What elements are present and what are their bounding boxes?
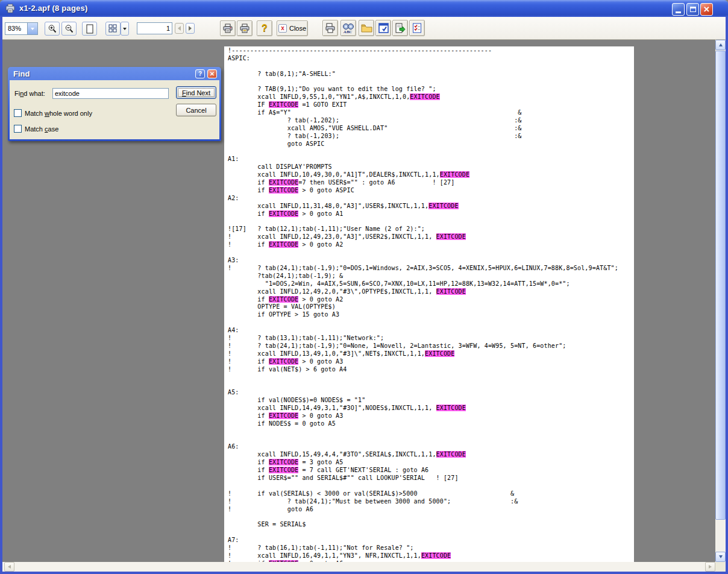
- doc-line: xcall INFLD,14,49,3,1,"#3O]",NODES$,INXC…: [228, 405, 634, 412]
- single-page-view-button[interactable]: [82, 22, 97, 36]
- match-case-label: Match case: [25, 125, 58, 133]
- cancel-button[interactable]: Cancel: [176, 104, 216, 116]
- printer-icon: [222, 24, 233, 33]
- doc-line: ?tab(24,1);tab(-1,9); &: [228, 273, 634, 280]
- zoom-in-icon: [48, 24, 57, 34]
- maximize-button[interactable]: [686, 3, 699, 16]
- verify-list-button[interactable]: [409, 20, 425, 36]
- doc-line: ? tab(-1,203); :&: [228, 133, 634, 140]
- doc-line: xcall INFLD,15,49,4,4,"#3TO",SERIAL$,INX…: [228, 451, 634, 459]
- match-case-checkbox[interactable]: [14, 125, 22, 133]
- help-button[interactable]: ?: [257, 20, 272, 36]
- doc-line: xcall AMOS,"VUE ASHELL.DAT" :&: [228, 125, 634, 133]
- doc-line: ! xcall INFLD,12,49,23,0,"A3]",USER2$,IN…: [228, 233, 634, 241]
- minimize-icon: [676, 11, 681, 13]
- search-highlight: EXITCODE: [269, 179, 298, 186]
- checklist-icon: [412, 23, 422, 33]
- window-check-icon: [378, 23, 389, 33]
- arrow-down-icon: [719, 555, 723, 558]
- print-preview-button[interactable]: [322, 20, 338, 36]
- printer-page-icon: [325, 23, 336, 33]
- doc-line: xcall INFLD,12,49,2,0,"#3\",OPTYPE$,INXC…: [228, 288, 634, 296]
- doc-line: if EXITCODE = 3 goto A5: [228, 459, 634, 467]
- doc-line: ? TAB(9,1);"Do you want to edit the log …: [228, 86, 634, 93]
- search-highlight: EXITCODE: [436, 451, 466, 458]
- doc-line: ! goto A6: [228, 506, 634, 514]
- next-page-button[interactable]: [186, 23, 195, 34]
- search-highlight: EXITCODE: [425, 350, 454, 357]
- zoom-dropdown-button[interactable]: [27, 23, 37, 34]
- doc-line: if USER$="" and SERIAL$#"" call LOOKUP'S…: [228, 475, 634, 482]
- app-icon: [5, 4, 15, 13]
- doc-line: if EXITCODE > 0 goto A2: [228, 296, 634, 304]
- arrow-left-icon: [178, 26, 181, 31]
- search-highlight: EXITCODE: [436, 405, 466, 411]
- page-number-input[interactable]: [137, 22, 172, 34]
- maximize-icon: [690, 7, 696, 12]
- chevron-down-icon: [123, 28, 127, 30]
- binoculars-abc-icon: ABC: [342, 23, 354, 34]
- doc-line: A4:: [228, 327, 634, 335]
- export-button[interactable]: [392, 20, 408, 36]
- title-bar: x1-2.apf (8 pages) ✕: [0, 0, 728, 17]
- svg-text:ABC: ABC: [343, 30, 352, 34]
- doc-line: SER = SERIAL$: [228, 521, 634, 529]
- previous-page-button[interactable]: [175, 23, 184, 34]
- vertical-scrollbar[interactable]: [715, 40, 726, 562]
- arrow-up-icon: [719, 43, 723, 46]
- match-whole-word-label: Match whole word only: [25, 110, 92, 117]
- doc-line: ! ? tab(24,1);"Must be between 3000 and …: [228, 498, 634, 506]
- doc-line: ! xcall INFLD,16,49,1,1,"YN3", NFR,INXCT…: [228, 552, 634, 560]
- scroll-down-button[interactable]: [715, 552, 726, 562]
- dialog-close-button[interactable]: ✕: [207, 69, 217, 78]
- zoom-level-select[interactable]: 83%: [5, 22, 38, 35]
- find-dialog: Find ? ✕ Find what: Find Next Cancel Mat…: [8, 67, 221, 141]
- search-highlight: EXITCODE: [436, 288, 466, 295]
- doc-line: [228, 249, 634, 257]
- scroll-right-button[interactable]: [705, 562, 715, 572]
- close-preview-button[interactable]: x Close: [277, 20, 308, 36]
- doc-line: IF EXITCODE =1 GOTO EXIT: [228, 101, 634, 109]
- help-icon: ?: [198, 71, 202, 77]
- scroll-left-button[interactable]: [4, 562, 14, 572]
- print-button[interactable]: [220, 20, 236, 36]
- doc-line: A3:: [228, 257, 634, 265]
- vertical-scroll-thumb[interactable]: [715, 51, 726, 520]
- open-folder-button[interactable]: [359, 20, 374, 36]
- close-window-button[interactable]: ✕: [700, 3, 713, 16]
- search-highlight: EXITCODE: [269, 210, 298, 217]
- search-highlight: EXITCODE: [269, 241, 298, 248]
- doc-line: if EXITCODE=7 then USER$="" : goto A6 ! …: [228, 179, 634, 187]
- doc-line: xcall INFLD,9,55,1,0,"YN1",A$,INXCTL,1,0…: [228, 93, 634, 101]
- printer-setup-icon: [239, 24, 250, 33]
- doc-line: if A$="Y" &: [228, 109, 634, 117]
- scroll-up-button[interactable]: [715, 40, 726, 50]
- search-highlight: EXITCODE: [428, 203, 458, 209]
- close-preview-label: Close: [289, 25, 306, 32]
- multi-page-view-button[interactable]: [105, 22, 121, 36]
- find-what-label: Find what:: [14, 90, 45, 97]
- doc-line: A1:: [228, 156, 634, 163]
- doc-line: ! ? tab(13,1);tab(-1,11);"Network:";: [228, 335, 634, 342]
- zoom-out-button[interactable]: [61, 22, 77, 36]
- dialog-help-button[interactable]: ?: [195, 69, 205, 78]
- find-button[interactable]: ABC: [340, 20, 356, 36]
- zoom-in-button[interactable]: [45, 22, 60, 36]
- search-input[interactable]: [52, 88, 169, 99]
- document-page: !---------------------------------------…: [224, 46, 634, 562]
- print-setup-button[interactable]: [237, 20, 253, 36]
- folder-icon: [361, 24, 372, 33]
- match-whole-word-checkbox[interactable]: [14, 109, 22, 117]
- multi-page-dropdown-button[interactable]: [121, 22, 129, 36]
- doc-line: "1=DOS,2=Win, 4=AIX,5=SUN,6=SCO,7=XNX,10…: [228, 280, 634, 288]
- arrow-right-icon: [709, 565, 712, 569]
- search-highlight: EXITCODE: [269, 358, 298, 365]
- horizontal-scrollbar: [2, 562, 715, 572]
- minimize-button[interactable]: [672, 3, 685, 16]
- doc-line: if EXITCODE > 0 goto A3: [228, 412, 634, 420]
- doc-line: if EXITCODE > 0 goto ASPIC: [228, 187, 634, 195]
- document-arrow-icon: [395, 23, 406, 33]
- doc-line: ![17] ? tab(12,1);tab(-1,11);"User Name …: [228, 226, 634, 233]
- options-button[interactable]: [375, 20, 391, 36]
- find-next-button[interactable]: Find Next: [176, 86, 216, 99]
